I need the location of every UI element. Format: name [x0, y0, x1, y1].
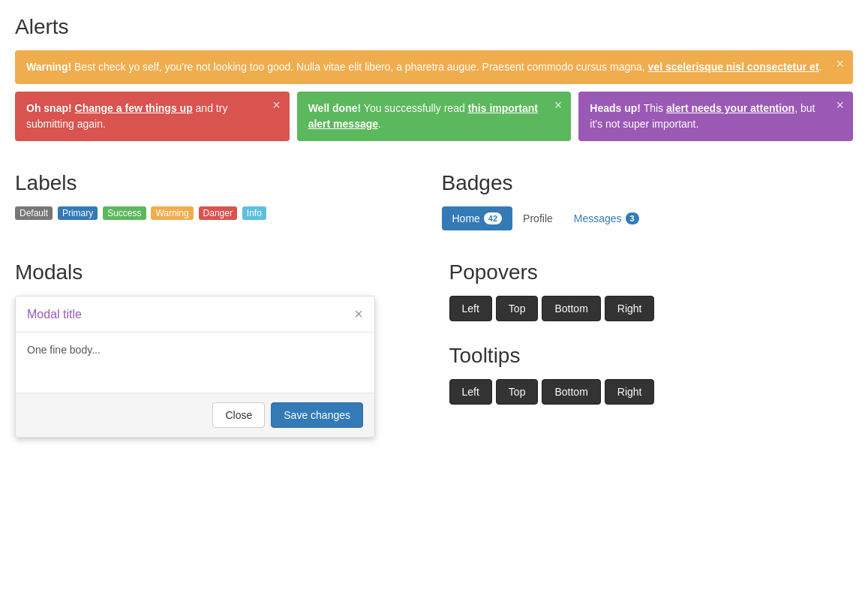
- nav-item-messages[interactable]: Messages 3: [563, 206, 650, 230]
- modal-close-action-button[interactable]: Close: [212, 402, 265, 428]
- modal-body: One fine body...: [16, 333, 374, 393]
- popover-top-button[interactable]: Top: [496, 296, 539, 321]
- badges-section: Badges Home 42 Profile Messages 3: [442, 171, 854, 230]
- badge-messages: 3: [626, 212, 639, 224]
- alert-info-close-button[interactable]: ×: [836, 98, 844, 113]
- modal-footer: Close Save changes: [16, 393, 374, 437]
- alert-success-strong: Well done!: [308, 102, 362, 114]
- nav-link-home[interactable]: Home 42: [442, 206, 513, 230]
- tooltip-top-button[interactable]: Top: [496, 379, 539, 405]
- alert-info-text: This: [644, 102, 663, 114]
- alert-warning-text: Best check yo self, you're not looking t…: [74, 61, 645, 73]
- modal-box: Modal title × One fine body... Close Sav…: [15, 296, 375, 438]
- alert-grid: × Oh snap! Change a few things up and tr…: [15, 92, 853, 149]
- alert-warning-link[interactable]: vel scelerisque nisl consectetur et: [648, 61, 819, 73]
- label-warning: Warning: [151, 206, 193, 220]
- alerts-title: Alerts: [15, 15, 853, 39]
- nav-link-profile[interactable]: Profile: [512, 206, 563, 230]
- popovers-title: Popovers: [449, 260, 854, 284]
- alert-success: × Well done! You successfully read this …: [297, 92, 572, 141]
- labels-title: Labels: [15, 171, 427, 195]
- alert-info: × Heads up! This alert needs your attent…: [578, 92, 853, 141]
- labels-section: Labels Default Primary Success Warning D…: [15, 171, 427, 230]
- badges-nav: Home 42 Profile Messages 3: [442, 206, 854, 230]
- alert-warning-strong: Warning!: [26, 61, 71, 73]
- nav-label-profile: Profile: [523, 212, 553, 224]
- alert-success-suffix: .: [378, 118, 381, 130]
- tooltip-left-button[interactable]: Left: [449, 379, 492, 405]
- label-danger: Danger: [199, 206, 237, 220]
- alert-warning-link-suffix: .: [819, 61, 822, 73]
- alert-danger-strong: Oh snap!: [26, 102, 72, 114]
- alert-danger: × Oh snap! Change a few things up and tr…: [15, 92, 290, 141]
- badges-title: Badges: [442, 171, 854, 195]
- badge-home: 42: [484, 212, 502, 224]
- label-success: Success: [103, 206, 146, 220]
- alert-danger-close-button[interactable]: ×: [272, 98, 281, 113]
- nav-label-home: Home: [452, 212, 480, 224]
- popovers-tooltips-section: Popovers Left Top Bottom Right Tooltips …: [449, 260, 854, 438]
- tooltips-buttons: Left Top Bottom Right: [449, 379, 854, 405]
- alert-success-close-button[interactable]: ×: [554, 98, 563, 113]
- labels-badges-section: Labels Default Primary Success Warning D…: [15, 171, 853, 230]
- modal-close-button[interactable]: ×: [354, 306, 363, 323]
- tooltip-right-button[interactable]: Right: [605, 379, 655, 405]
- alert-info-link[interactable]: alert needs your attention: [666, 102, 794, 114]
- labels-container: Default Primary Success Warning Danger I…: [15, 206, 427, 220]
- modals-section: Modals Modal title × One fine body... Cl…: [15, 260, 419, 438]
- popover-right-button[interactable]: Right: [605, 296, 655, 321]
- alert-danger-link[interactable]: Change a few things up: [75, 102, 193, 114]
- modal-header: Modal title ×: [16, 296, 374, 333]
- nav-label-messages: Messages: [574, 212, 622, 224]
- popover-left-button[interactable]: Left: [449, 296, 492, 321]
- nav-item-profile[interactable]: Profile: [512, 206, 563, 230]
- tooltip-bottom-button[interactable]: Bottom: [542, 379, 600, 405]
- label-default: Default: [15, 206, 53, 220]
- tooltips-title: Tooltips: [449, 344, 854, 368]
- nav-link-messages[interactable]: Messages 3: [563, 206, 650, 230]
- nav-item-home[interactable]: Home 42: [442, 206, 513, 230]
- popovers-buttons: Left Top Bottom Right: [449, 296, 854, 321]
- alert-success-text: You successfully read: [364, 102, 465, 114]
- modal-save-button[interactable]: Save changes: [271, 402, 363, 428]
- modal-body-text: One fine body...: [27, 344, 101, 356]
- bottom-section: Modals Modal title × One fine body... Cl…: [15, 260, 853, 438]
- modals-title: Modals: [15, 260, 419, 284]
- label-primary: Primary: [58, 206, 98, 220]
- label-info: Info: [242, 206, 266, 220]
- popover-bottom-button[interactable]: Bottom: [542, 296, 600, 321]
- alert-warning-full: × Warning! Best check yo self, you're no…: [15, 50, 853, 84]
- alert-info-strong: Heads up!: [590, 102, 641, 114]
- modal-title: Modal title: [27, 308, 82, 321]
- alert-warning-close-button[interactable]: ×: [836, 56, 844, 72]
